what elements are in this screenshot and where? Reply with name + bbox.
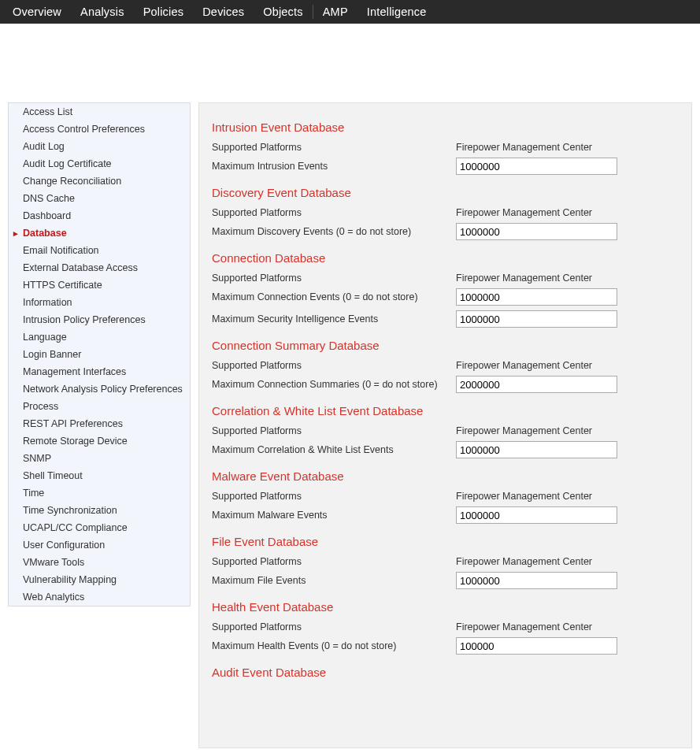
supported-platforms-row: Supported PlatformsFirepower Management … (212, 425, 679, 436)
supported-platforms-value: Firepower Management Center (456, 425, 592, 436)
supported-platforms-label: Supported Platforms (212, 556, 456, 567)
sidebar-item-label: User Configuration (23, 540, 105, 551)
supported-platforms-value: Firepower Management Center (456, 142, 592, 153)
sidebar-item-time[interactable]: Time (9, 484, 190, 502)
setting-row: Maximum Connection Events (0 = do not st… (212, 288, 679, 306)
setting-input[interactable] (456, 637, 617, 655)
sidebar-item-label: External Database Access (23, 262, 138, 273)
supported-platforms-value: Firepower Management Center (456, 360, 592, 371)
setting-input[interactable] (456, 441, 617, 458)
sidebar-item-change-reconciliation[interactable]: Change Reconciliation (9, 172, 190, 190)
sidebar-item-vulnerability-mapping[interactable]: Vulnerability Mapping (9, 571, 190, 588)
setting-input[interactable] (456, 158, 617, 175)
setting-input[interactable] (456, 223, 617, 240)
supported-platforms-value: Firepower Management Center (456, 556, 592, 567)
supported-platforms-label: Supported Platforms (212, 491, 456, 502)
sidebar-item-label: Audit Log (23, 141, 65, 152)
sidebar-item-ucapl-cc-compliance[interactable]: UCAPL/CC Compliance (9, 519, 190, 536)
supported-platforms-label: Supported Platforms (212, 207, 456, 218)
sidebar-item-rest-api-preferences[interactable]: REST API Preferences (9, 415, 190, 432)
setting-row: Maximum Intrusion Events (212, 158, 679, 175)
layout: Access ListAccess Control PreferencesAud… (0, 102, 700, 748)
setting-input[interactable] (456, 310, 617, 328)
setting-input[interactable] (456, 288, 617, 306)
supported-platforms-label: Supported Platforms (212, 360, 456, 371)
sidebar-item-label: VMware Tools (23, 557, 84, 568)
sidebar-item-label: Access Control Preferences (23, 124, 145, 135)
section-title: File Event Database (212, 535, 679, 548)
sidebar-item-label: SNMP (23, 453, 51, 464)
sidebar-item-audit-log[interactable]: Audit Log (9, 138, 190, 155)
sidebar-item-https-certificate[interactable]: HTTPS Certificate (9, 276, 190, 294)
sidebar-item-shell-timeout[interactable]: Shell Timeout (9, 467, 190, 484)
nav-item-analysis[interactable]: Analysis (71, 0, 134, 24)
sidebar-item-web-analytics[interactable]: Web Analytics (9, 588, 190, 606)
sidebar-item-external-database-access[interactable]: External Database Access (9, 259, 190, 276)
section-title: Health Event Database (212, 600, 679, 614)
setting-input[interactable] (456, 572, 617, 589)
sidebar-item-label: Remote Storage Device (23, 436, 128, 447)
setting-input[interactable] (456, 506, 617, 524)
sidebar-item-intrusion-policy-preferences[interactable]: Intrusion Policy Preferences (9, 311, 190, 328)
sidebar-item-management-interfaces[interactable]: Management Interfaces (9, 363, 190, 380)
sidebar-item-label: Login Banner (23, 349, 81, 360)
sidebar-item-remote-storage-device[interactable]: Remote Storage Device (9, 432, 190, 450)
sidebar-item-language[interactable]: Language (9, 328, 190, 346)
sidebar-item-dns-cache[interactable]: DNS Cache (9, 190, 190, 207)
section-title: Connection Summary Database (212, 339, 679, 352)
sidebar-item-label: Web Analytics (23, 592, 84, 603)
sidebar-item-snmp[interactable]: SNMP (9, 450, 190, 467)
supported-platforms-label: Supported Platforms (212, 425, 456, 436)
setting-label: Maximum Security Intelligence Events (212, 313, 456, 325)
setting-row: Maximum Health Events (0 = do not store) (212, 637, 679, 655)
sidebar-item-label: REST API Preferences (23, 418, 123, 429)
supported-platforms-row: Supported PlatformsFirepower Management … (212, 273, 679, 284)
sidebar-item-label: Database (23, 228, 67, 239)
nav-item-amp[interactable]: AMP (313, 0, 357, 24)
nav-item-intelligence[interactable]: Intelligence (357, 0, 436, 24)
supported-platforms-value: Firepower Management Center (456, 273, 592, 284)
sidebar-item-label: Shell Timeout (23, 470, 83, 481)
setting-label: Maximum File Events (212, 575, 456, 586)
sidebar-item-label: Audit Log Certificate (23, 158, 112, 169)
sidebar-item-process[interactable]: Process (9, 398, 190, 415)
sidebar-item-access-list[interactable]: Access List (9, 103, 190, 121)
top-nav: OverviewAnalysisPoliciesDevicesObjectsAM… (0, 0, 700, 24)
section-title: Correlation & White List Event Database (212, 404, 679, 417)
sidebar-item-database[interactable]: Database (9, 224, 190, 242)
section-title: Connection Database (212, 251, 679, 265)
sidebar-item-label: Vulnerability Mapping (23, 574, 117, 585)
sidebar-item-label: Access List (23, 106, 72, 117)
setting-input[interactable] (456, 376, 617, 393)
nav-item-devices[interactable]: Devices (193, 0, 254, 24)
setting-label: Maximum Malware Events (212, 510, 456, 521)
sidebar-item-dashboard[interactable]: Dashboard (9, 207, 190, 224)
setting-label: Maximum Connection Summaries (0 = do not… (212, 379, 456, 390)
sidebar-item-label: Change Reconciliation (23, 176, 121, 187)
setting-row: Maximum Malware Events (212, 506, 679, 524)
sidebar-item-label: Network Analysis Policy Preferences (23, 384, 183, 395)
section-title: Audit Event Database (212, 666, 679, 679)
sidebar-item-label: UCAPL/CC Compliance (23, 522, 128, 533)
nav-item-policies[interactable]: Policies (134, 0, 194, 24)
sidebar-item-vmware-tools[interactable]: VMware Tools (9, 554, 190, 571)
sidebar: Access ListAccess Control PreferencesAud… (8, 102, 191, 606)
sidebar-item-information[interactable]: Information (9, 294, 190, 311)
sidebar-item-audit-log-certificate[interactable]: Audit Log Certificate (9, 155, 190, 172)
nav-item-objects[interactable]: Objects (254, 0, 313, 24)
sidebar-item-login-banner[interactable]: Login Banner (9, 346, 190, 363)
setting-label: Maximum Intrusion Events (212, 161, 456, 172)
supported-platforms-row: Supported PlatformsFirepower Management … (212, 556, 679, 567)
sidebar-item-network-analysis-policy-preferences[interactable]: Network Analysis Policy Preferences (9, 380, 190, 398)
sidebar-item-label: Intrusion Policy Preferences (23, 314, 146, 325)
sidebar-item-access-control-preferences[interactable]: Access Control Preferences (9, 121, 190, 138)
sidebar-item-label: Email Notification (23, 245, 99, 256)
nav-item-overview[interactable]: Overview (3, 0, 71, 24)
supported-platforms-row: Supported PlatformsFirepower Management … (212, 491, 679, 502)
section-title: Intrusion Event Database (212, 121, 679, 134)
sidebar-item-time-synchronization[interactable]: Time Synchronization (9, 502, 190, 519)
section-title: Discovery Event Database (212, 186, 679, 199)
sidebar-item-user-configuration[interactable]: User Configuration (9, 536, 190, 554)
sidebar-item-email-notification[interactable]: Email Notification (9, 242, 190, 259)
section-title: Malware Event Database (212, 469, 679, 483)
